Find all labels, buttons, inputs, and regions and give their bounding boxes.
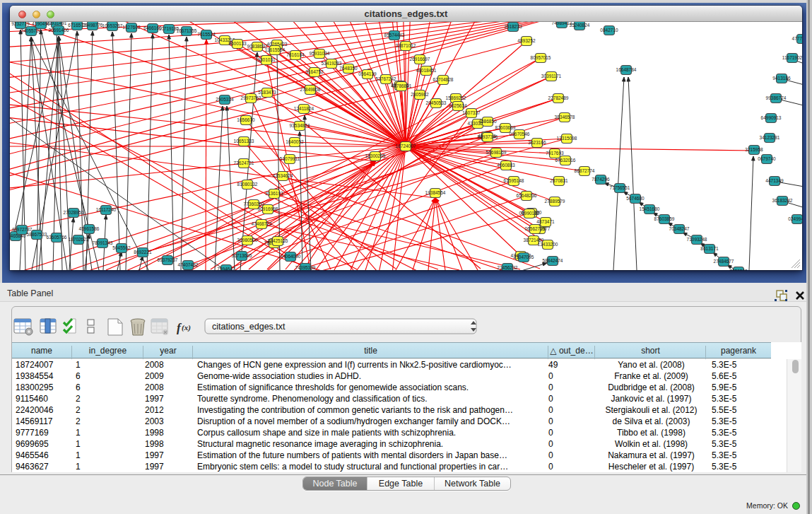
svg-text:6025634: 6025634: [449, 103, 467, 108]
svg-text:4893252: 4893252: [517, 38, 536, 43]
svg-text:53767242: 53767242: [376, 76, 396, 81]
svg-text:3518233: 3518233: [504, 24, 522, 29]
svg-text:72624731: 72624731: [234, 160, 254, 165]
svg-text:5183473: 5183473: [258, 90, 276, 95]
svg-text:53419283: 53419283: [322, 61, 342, 66]
svg-text:27484677: 27484677: [714, 259, 734, 264]
svg-text:55698169: 55698169: [486, 150, 507, 155]
svg-text:43534624: 43534624: [273, 173, 293, 178]
svg-text:77360260: 77360260: [244, 201, 264, 206]
svg-text:16117240: 16117240: [96, 207, 117, 212]
svg-text:1656670: 1656670: [237, 117, 255, 122]
svg-text:7648350: 7648350: [339, 66, 358, 71]
svg-text:58867533: 58867533: [27, 232, 47, 237]
svg-text:1327602: 1327602: [122, 25, 141, 30]
svg-text:64990913: 64990913: [761, 115, 782, 120]
svg-text:7515524: 7515524: [197, 32, 216, 37]
svg-text:58842474: 58842474: [543, 258, 563, 263]
svg-text:44064090: 44064090: [281, 254, 301, 259]
svg-text:9301031: 9301031: [257, 57, 276, 62]
svg-text:48018451: 48018451: [416, 68, 437, 73]
svg-text:26916697: 26916697: [410, 57, 430, 62]
svg-text:63605766: 63605766: [47, 235, 67, 240]
svg-text:47775204: 47775204: [792, 36, 802, 41]
svg-text:18300295: 18300295: [365, 153, 386, 158]
svg-text:2870831: 2870831: [550, 178, 568, 183]
svg-text:10651333: 10651333: [234, 139, 254, 144]
svg-text:27028951: 27028951: [64, 210, 84, 215]
svg-text:13433200: 13433200: [538, 242, 558, 247]
svg-text:9136193: 9136193: [265, 191, 283, 196]
svg-text:1640052: 1640052: [286, 139, 304, 144]
svg-text:49972787: 49972787: [12, 227, 33, 232]
svg-text:09670546: 09670546: [510, 132, 530, 136]
svg-text:81080132: 81080132: [237, 182, 258, 187]
svg-text:9600133: 9600133: [228, 41, 247, 46]
svg-text:3215958: 3215958: [745, 147, 763, 152]
svg-text:7594647: 7594647: [217, 267, 235, 270]
svg-text:20450533: 20450533: [426, 100, 447, 105]
svg-text:32871012: 32871012: [396, 43, 416, 48]
svg-text:21456232: 21456232: [498, 265, 518, 270]
svg-text:16671355: 16671355: [177, 28, 197, 33]
svg-text:3164752: 3164752: [305, 69, 324, 74]
svg-text:18724007: 18724007: [396, 144, 416, 148]
svg-text:42786801: 42786801: [392, 83, 412, 88]
svg-text:36713695: 36713695: [232, 253, 252, 258]
svg-text:99386774: 99386774: [766, 95, 787, 100]
svg-text:61595148: 61595148: [504, 178, 524, 183]
svg-text:21047095: 21047095: [514, 255, 534, 259]
svg-text:27889579: 27889579: [545, 199, 565, 204]
svg-text:93534874: 93534874: [290, 123, 310, 128]
svg-text:1607337: 1607337: [462, 110, 481, 115]
svg-text:9413186: 9413186: [772, 76, 791, 81]
svg-text:15451680: 15451680: [640, 206, 660, 211]
svg-text:3623166: 3623166: [528, 140, 546, 145]
svg-text:2805982: 2805982: [411, 92, 429, 97]
svg-text:19384554: 19384554: [425, 190, 446, 195]
svg-text:4873471: 4873471: [536, 219, 555, 224]
svg-text:74395339: 74395339: [295, 265, 316, 270]
svg-text:70348247: 70348247: [669, 226, 690, 231]
svg-text:38425135: 38425135: [268, 238, 288, 243]
svg-text:06562729: 06562729: [525, 226, 546, 231]
svg-text:67632016: 67632016: [555, 158, 576, 163]
svg-text:30391171: 30391171: [541, 74, 562, 78]
svg-text:71093248: 71093248: [687, 237, 707, 242]
svg-text:88937346: 88937346: [478, 134, 498, 139]
svg-text:29973763: 29973763: [241, 95, 261, 100]
svg-text:87603859: 87603859: [654, 216, 675, 221]
svg-text:30980500: 30980500: [237, 238, 258, 243]
svg-text:27849808: 27849808: [300, 87, 321, 92]
svg-text:10653267: 10653267: [102, 23, 123, 28]
svg-text:47468723: 47468723: [252, 221, 272, 226]
svg-text:95931034: 95931034: [310, 51, 330, 56]
svg-text:20691406: 20691406: [49, 28, 69, 33]
svg-text:87603669: 87603669: [495, 125, 516, 130]
svg-text:7816184: 7816184: [286, 52, 305, 57]
svg-text:11671902: 11671902: [782, 55, 802, 60]
svg-text:69379237: 69379237: [158, 257, 178, 262]
svg-text:4471349: 4471349: [765, 178, 784, 183]
svg-text:15869232: 15869232: [446, 95, 466, 100]
svg-text:9232719: 9232719: [11, 22, 30, 26]
svg-text:0564139: 0564139: [358, 71, 377, 76]
svg-text:35240824: 35240824: [570, 23, 590, 28]
svg-text:45961586: 45961586: [79, 226, 100, 231]
svg-text:62704828: 62704828: [433, 77, 454, 82]
svg-text:28498776: 28498776: [83, 23, 103, 28]
svg-text:2905334: 2905334: [216, 97, 234, 102]
svg-text:71756551: 71756551: [610, 185, 630, 190]
svg-text:86872774: 86872774: [575, 168, 595, 173]
svg-text:5045562: 5045562: [112, 245, 131, 250]
svg-text:11615594: 11615594: [265, 47, 286, 52]
svg-text:7826398: 7826398: [729, 269, 748, 270]
svg-text:12411824: 12411824: [294, 106, 314, 111]
svg-text:06990162: 06990162: [519, 211, 540, 216]
svg-text:90916998: 90916998: [258, 206, 278, 211]
svg-text:36183242: 36183242: [772, 198, 793, 203]
svg-text:31931491: 31931491: [47, 22, 67, 25]
svg-text:13315098: 13315098: [557, 136, 577, 141]
svg-text:7917693: 7917693: [546, 151, 564, 156]
svg-text:65648236: 65648236: [517, 193, 537, 198]
